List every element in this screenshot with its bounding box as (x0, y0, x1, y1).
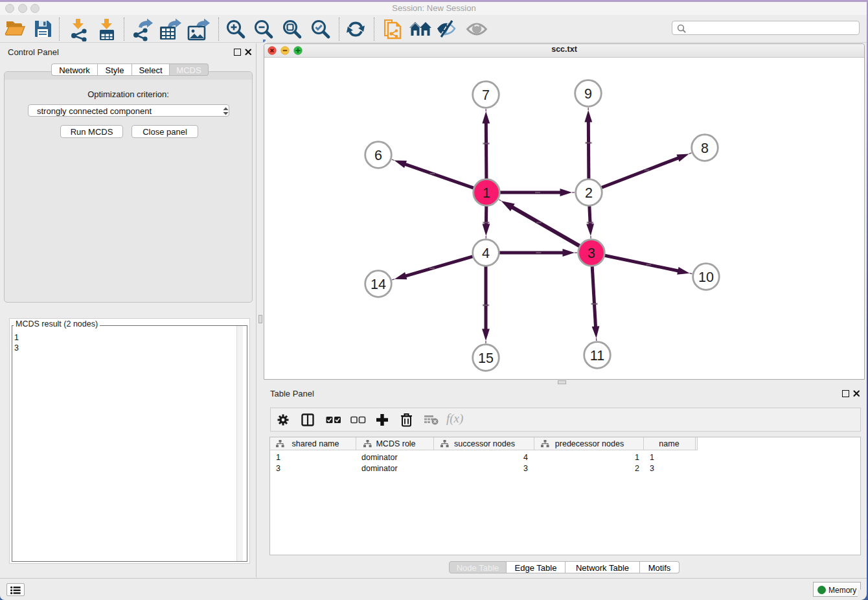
svg-text:6: 6 (374, 148, 382, 163)
svg-text:11: 11 (590, 348, 604, 363)
svg-text:1: 1 (483, 185, 490, 201)
svg-text:4: 4 (482, 246, 490, 261)
svg-text:8: 8 (701, 141, 709, 156)
svg-text:2: 2 (585, 185, 593, 201)
svg-text:9: 9 (584, 86, 592, 102)
svg-text:7: 7 (482, 87, 490, 103)
svg-text:15: 15 (478, 351, 494, 366)
svg-text:10: 10 (698, 270, 714, 285)
svg-text:3: 3 (588, 246, 595, 261)
svg-text:14: 14 (371, 277, 386, 292)
